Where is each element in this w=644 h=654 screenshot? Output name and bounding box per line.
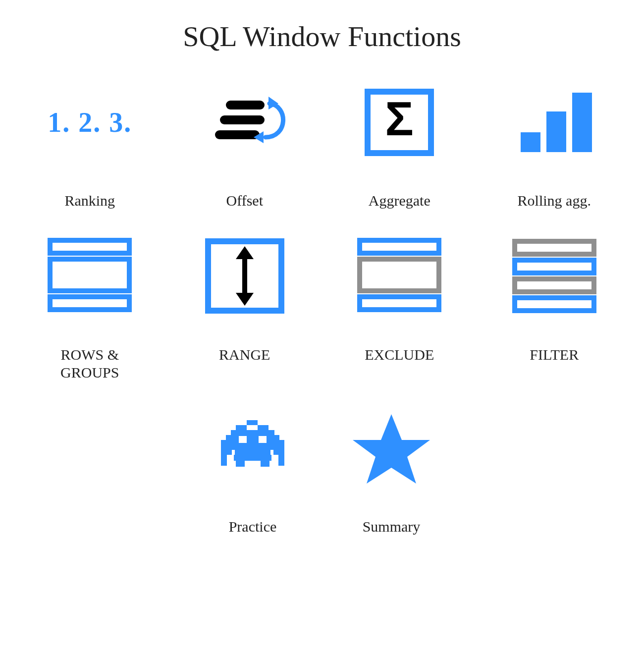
offset-icon bbox=[195, 80, 294, 164]
svg-rect-25 bbox=[236, 425, 247, 430]
tile-label: ROWS & GROUPS bbox=[60, 346, 119, 382]
svg-rect-34 bbox=[221, 455, 227, 466]
svg-rect-27 bbox=[231, 430, 274, 435]
svg-rect-38 bbox=[261, 461, 269, 467]
filter-icon bbox=[505, 234, 604, 319]
range-icon bbox=[195, 234, 294, 319]
svg-rect-9 bbox=[572, 93, 592, 152]
tile-label: RANGE bbox=[219, 346, 270, 364]
tile-aggregate[interactable]: Σ Aggregate bbox=[337, 80, 461, 210]
rolling-icon bbox=[505, 80, 604, 164]
svg-rect-28 bbox=[226, 435, 279, 440]
svg-rect-19 bbox=[360, 297, 439, 310]
tile-summary[interactable]: Summary bbox=[329, 406, 453, 536]
svg-rect-22 bbox=[515, 279, 594, 292]
tile-label: Ranking bbox=[64, 192, 115, 210]
svg-rect-2 bbox=[215, 130, 260, 139]
svg-rect-30 bbox=[221, 445, 284, 450]
svg-rect-40 bbox=[259, 436, 267, 443]
svg-rect-21 bbox=[515, 260, 594, 273]
tile-label: Practice bbox=[229, 518, 277, 536]
aggregate-icon: Σ bbox=[350, 80, 449, 164]
summary-icon bbox=[342, 406, 441, 490]
svg-rect-12 bbox=[50, 297, 129, 310]
tile-label: Summary bbox=[363, 518, 421, 536]
tile-label: Aggregate bbox=[369, 192, 430, 210]
tile-exclude[interactable]: EXCLUDE bbox=[337, 234, 461, 382]
svg-rect-33 bbox=[273, 450, 284, 455]
tile-range[interactable]: RANGE bbox=[183, 234, 307, 382]
svg-rect-0 bbox=[226, 101, 265, 109]
tile-label: FILTER bbox=[530, 346, 579, 364]
svg-rect-7 bbox=[521, 132, 540, 152]
tile-label: Rolling agg. bbox=[518, 192, 591, 210]
svg-marker-15 bbox=[236, 246, 254, 259]
svg-rect-8 bbox=[546, 111, 566, 152]
practice-icon bbox=[203, 406, 302, 490]
svg-text:Σ: Σ bbox=[385, 92, 414, 145]
svg-rect-18 bbox=[360, 259, 439, 291]
exclude-icon bbox=[350, 234, 449, 319]
svg-rect-20 bbox=[515, 241, 594, 254]
tile-label: EXCLUDE bbox=[365, 346, 434, 364]
rows-groups-icon bbox=[40, 234, 139, 319]
tile-rows-groups[interactable]: ROWS & GROUPS bbox=[28, 234, 152, 382]
svg-rect-31 bbox=[221, 450, 232, 455]
svg-rect-23 bbox=[515, 298, 594, 311]
tile-label: Offset bbox=[226, 192, 263, 210]
svg-rect-36 bbox=[234, 455, 271, 461]
svg-rect-32 bbox=[235, 450, 270, 455]
page-title: SQL Window Functions bbox=[20, 20, 624, 53]
tile-ranking[interactable]: 1. 2. 3. Ranking bbox=[28, 80, 152, 210]
svg-rect-26 bbox=[258, 425, 268, 430]
tile-practice[interactable]: Practice bbox=[191, 406, 315, 536]
svg-rect-37 bbox=[236, 461, 245, 467]
svg-rect-17 bbox=[360, 240, 439, 253]
svg-rect-29 bbox=[221, 440, 284, 445]
tile-grid: 1. 2. 3. Ranking Offset Σ Aggregate bbox=[20, 80, 624, 536]
svg-marker-41 bbox=[353, 414, 430, 484]
svg-rect-10 bbox=[50, 240, 129, 253]
tile-rolling[interactable]: Rolling agg. bbox=[492, 80, 616, 210]
tile-offset[interactable]: Offset bbox=[183, 80, 307, 210]
svg-rect-35 bbox=[278, 455, 284, 466]
tile-filter[interactable]: FILTER bbox=[492, 234, 616, 382]
svg-marker-16 bbox=[236, 293, 254, 306]
ranking-icon: 1. 2. 3. bbox=[40, 80, 139, 164]
svg-rect-11 bbox=[50, 259, 129, 291]
svg-rect-1 bbox=[220, 115, 265, 124]
svg-rect-24 bbox=[247, 420, 258, 425]
svg-rect-39 bbox=[239, 436, 247, 443]
